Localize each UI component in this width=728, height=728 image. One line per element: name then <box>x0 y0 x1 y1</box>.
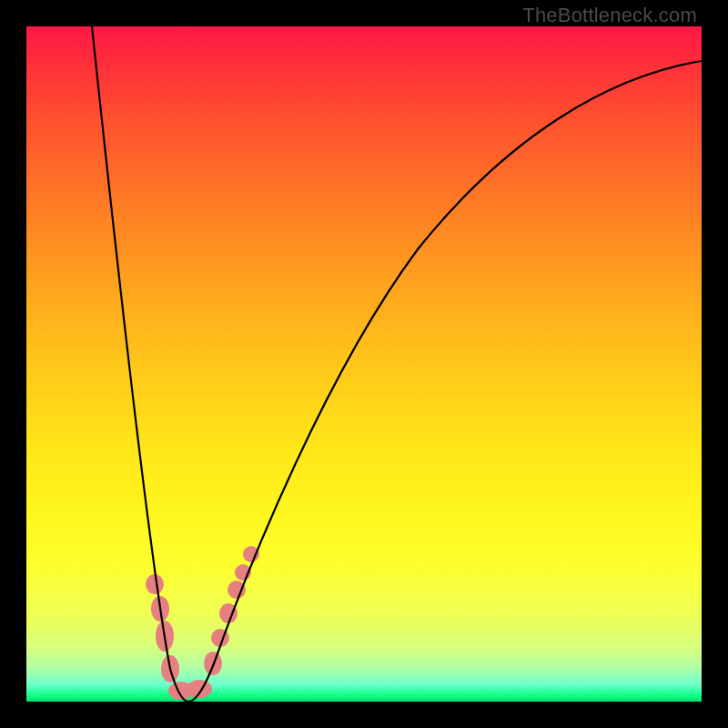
bottleneck-curve-svg <box>26 26 702 702</box>
data-marker <box>243 546 259 562</box>
bottleneck-curve <box>92 26 702 702</box>
data-marker <box>187 680 212 698</box>
chart-frame: TheBottleneck.com <box>0 0 728 728</box>
watermark-text: TheBottleneck.com <box>522 4 697 27</box>
plot-area <box>26 26 702 702</box>
data-marker <box>146 574 164 594</box>
